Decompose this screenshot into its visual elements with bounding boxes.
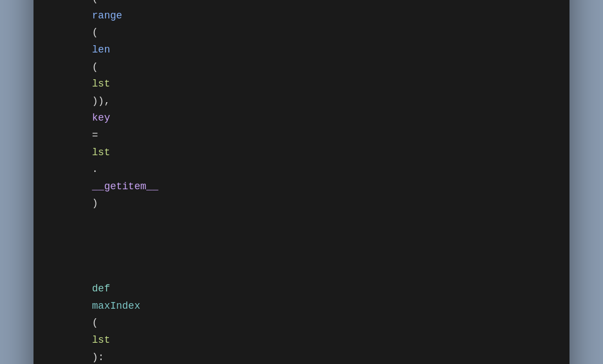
blank-line-5 [56,246,547,264]
code-editor: """ Find Index of Min/Max Element. """ l… [34,0,570,364]
editor-window: """ Find Index of Min/Max Element. """ l… [34,0,570,364]
return-min-line: return min ( range ( len ( lst )), key =… [56,0,547,229]
def-max-line: def maxIndex ( lst ): [56,264,547,364]
blank-line-4 [56,229,547,246]
